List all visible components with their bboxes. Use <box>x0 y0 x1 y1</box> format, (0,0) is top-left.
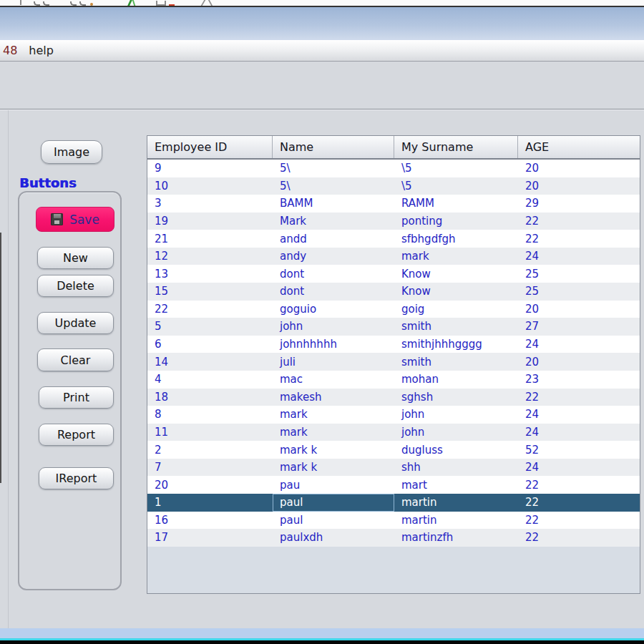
table-cell[interactable]: 16 <box>147 512 273 530</box>
table-cell[interactable]: goguio <box>273 301 394 318</box>
table-row[interactable]: 18makeshsghsh22 <box>147 389 640 406</box>
table-row[interactable]: 3BAMMRAMM29 <box>147 195 640 213</box>
table-cell[interactable]: 24 <box>518 424 640 441</box>
table-cell[interactable]: paulxdh <box>273 529 394 547</box>
table-cell[interactable]: 2 <box>147 441 273 459</box>
table-cell[interactable]: 5\ <box>273 160 394 177</box>
table-cell[interactable]: 3 <box>147 195 273 213</box>
table-row[interactable]: 12andymark24 <box>147 248 640 265</box>
menu-item-48[interactable]: 48 <box>3 44 17 57</box>
table-cell[interactable]: 15 <box>147 283 273 301</box>
menu-item-help[interactable]: help <box>29 44 54 57</box>
table-cell[interactable]: 19 <box>147 213 273 230</box>
table-cell[interactable]: 27 <box>518 318 640 336</box>
table-cell[interactable]: 5\ <box>273 177 394 195</box>
table-row[interactable]: 14julismith20 <box>147 353 640 371</box>
table-cell[interactable]: dugluss <box>394 441 518 459</box>
table-cell[interactable]: goig <box>394 301 518 318</box>
column-header-employee-id[interactable]: Employee ID <box>147 136 273 158</box>
table-cell[interactable]: 29 <box>518 195 640 213</box>
table-cell[interactable]: 22 <box>518 529 640 547</box>
table-cell[interactable]: paul <box>273 512 394 530</box>
table-cell[interactable]: smithjhhhgggg <box>394 336 518 353</box>
table-row[interactable]: 4macmohan23 <box>147 371 640 389</box>
save-button[interactable]: Save <box>36 207 114 232</box>
table-cell[interactable]: 25 <box>518 283 640 301</box>
table-cell[interactable]: smith <box>394 353 518 371</box>
table-cell[interactable]: 22 <box>518 213 640 230</box>
table-cell[interactable]: 22 <box>518 389 640 406</box>
table-row[interactable]: 21anddsfbhgdfgh22 <box>147 230 640 248</box>
delete-button[interactable]: Delete <box>37 275 114 297</box>
table-cell[interactable]: Mark <box>273 213 394 230</box>
table-cell[interactable]: shh <box>394 459 518 477</box>
table-cell[interactable]: dont <box>273 283 394 301</box>
table-row[interactable]: 16paulmartin22 <box>147 512 640 530</box>
table-row[interactable]: 105\\520 <box>147 177 640 195</box>
table-row[interactable]: 11markjohn24 <box>147 424 640 441</box>
table-cell[interactable]: 8 <box>147 406 273 424</box>
table-cell[interactable]: 1 <box>147 494 273 512</box>
table-cell[interactable]: mark k <box>273 441 394 459</box>
table-cell[interactable]: martin <box>394 494 518 512</box>
table-cell[interactable]: 22 <box>518 494 640 512</box>
table-cell[interactable]: mark k <box>273 459 394 477</box>
table-cell[interactable]: 22 <box>147 301 273 318</box>
column-header-age[interactable]: AGE <box>518 136 640 158</box>
table-cell[interactable]: 5 <box>147 318 273 336</box>
table-cell[interactable]: RAMM <box>394 195 518 213</box>
table-cell[interactable]: 12 <box>147 248 273 265</box>
table-row[interactable]: 6johnhhhhhsmithjhhhgggg24 <box>147 336 640 353</box>
table-row[interactable]: 5johnsmith27 <box>147 318 640 336</box>
table-cell[interactable]: 24 <box>518 406 640 424</box>
table-cell[interactable]: 17 <box>147 529 273 547</box>
table-row[interactable]: 7mark kshh24 <box>147 459 640 477</box>
table-cell[interactable]: 6 <box>147 336 273 353</box>
table-row[interactable]: 2mark kdugluss52 <box>147 441 640 459</box>
table-cell[interactable]: john <box>394 406 518 424</box>
update-button[interactable]: Update <box>37 312 114 334</box>
table-row[interactable]: 95\\520 <box>147 160 640 177</box>
table-cell[interactable]: 21 <box>147 230 273 248</box>
table-row[interactable]: 8markjohn24 <box>147 406 640 424</box>
table-row[interactable]: 22goguiogoig20 <box>147 301 640 318</box>
table-cell[interactable]: 52 <box>518 441 640 459</box>
table-cell[interactable]: andy <box>273 248 394 265</box>
table-cell[interactable]: 24 <box>518 248 640 265</box>
table-cell[interactable]: 24 <box>518 459 640 477</box>
table-cell[interactable]: smith <box>394 318 518 336</box>
table-cell[interactable]: 11 <box>147 424 273 441</box>
table-row[interactable]: 19Markponting22 <box>147 213 640 230</box>
table-cell[interactable]: mart <box>394 476 518 494</box>
column-header-surname[interactable]: My Surname <box>394 136 518 158</box>
table-cell[interactable]: 10 <box>147 177 273 195</box>
table-cell[interactable]: johnhhhhh <box>273 336 394 353</box>
table-cell[interactable]: mark <box>394 248 518 265</box>
table-cell[interactable]: juli <box>273 353 394 371</box>
table-cell[interactable]: Know <box>394 265 518 283</box>
table-cell[interactable]: ponting <box>394 213 518 230</box>
window-title-bar[interactable] <box>0 7 644 40</box>
image-button[interactable]: Image <box>41 140 102 164</box>
table-cell[interactable]: andd <box>273 230 394 248</box>
table-cell[interactable]: \5 <box>394 160 518 177</box>
print-button[interactable]: Print <box>39 386 114 409</box>
table-cell[interactable]: makesh <box>273 389 394 406</box>
table-cell[interactable]: 22 <box>518 512 640 530</box>
table-row[interactable]: 15dontKnow25 <box>147 283 640 301</box>
table-cell[interactable]: martin <box>394 512 518 530</box>
table-cell[interactable]: 20 <box>518 353 640 371</box>
table-cell[interactable]: 18 <box>147 389 273 406</box>
table-cell[interactable]: 25 <box>518 265 640 283</box>
table-cell[interactable]: 20 <box>518 177 640 195</box>
table-cell[interactable]: mohan <box>394 371 518 389</box>
table-cell[interactable]: 20 <box>147 476 273 494</box>
table-cell[interactable]: dont <box>273 265 394 283</box>
table-row[interactable]: 17paulxdhmartinzfh22 <box>147 529 640 547</box>
table-row[interactable]: 20paumart22 <box>147 476 640 494</box>
table-cell[interactable]: 9 <box>147 160 273 177</box>
table-cell[interactable]: 13 <box>147 265 273 283</box>
table-cell[interactable]: 22 <box>518 230 640 248</box>
table-cell[interactable]: martinzfh <box>394 529 518 547</box>
table-cell[interactable]: mac <box>273 371 394 389</box>
